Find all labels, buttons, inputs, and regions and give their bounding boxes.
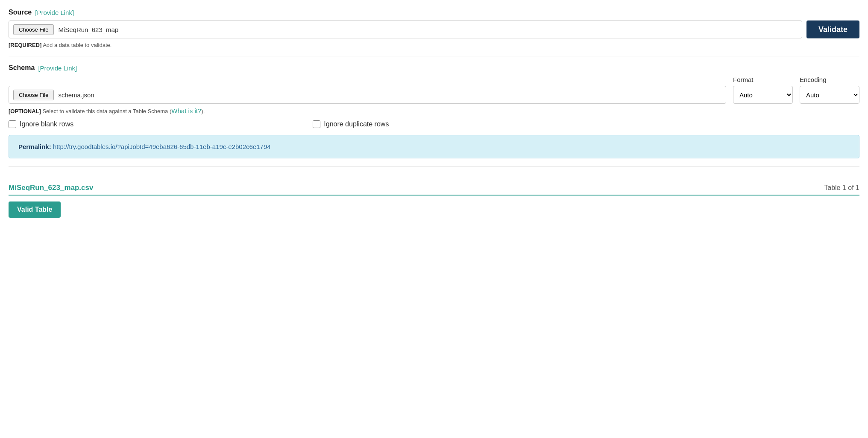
optional-label: [OPTIONAL]	[9, 108, 41, 114]
source-provide-link[interactable]: [Provide Link]	[35, 9, 74, 16]
source-hint-text: Add a data table to validate.	[43, 42, 111, 48]
source-file-row: Choose File MiSeqRun_623_map Validate	[9, 20, 859, 38]
checkboxes-row: Ignore blank rows Ignore duplicate rows	[9, 120, 859, 128]
schema-choose-file-button[interactable]: Choose File	[13, 90, 54, 100]
schema-format-row: Choose File schema.json Format Auto CSV …	[9, 76, 859, 104]
source-schema-divider	[9, 56, 859, 56]
schema-file-name: schema.json	[58, 91, 94, 99]
table-count: Table 1 of 1	[824, 184, 859, 192]
permalink-box: Permalink: http://try.goodtables.io/?api…	[9, 135, 859, 158]
green-divider	[9, 195, 859, 196]
schema-file-input-box: Choose File schema.json	[9, 86, 726, 104]
format-label: Format	[733, 76, 793, 83]
schema-hint: [OPTIONAL] Select to validate this data …	[9, 107, 859, 114]
permalink-url[interactable]: http://try.goodtables.io/?apiJobId=49eba…	[53, 143, 271, 150]
schema-hint-end: ).	[201, 108, 205, 114]
what-is-it-link[interactable]: What is it?	[171, 107, 201, 114]
source-file-name: MiSeqRun_623_map	[58, 26, 118, 33]
encoding-group: Encoding Auto UTF-8 UTF-16 ISO-8859-1	[800, 76, 859, 104]
valid-table-badge: Valid Table	[9, 201, 61, 218]
ignore-duplicate-rows-checkbox[interactable]	[313, 120, 320, 128]
schema-section-header: Schema [Provide Link]	[9, 64, 859, 72]
source-choose-file-button[interactable]: Choose File	[13, 24, 54, 35]
schema-provide-link[interactable]: [Provide Link]	[38, 64, 77, 72]
results-header: MiSeqRun_623_map.csv Table 1 of 1	[9, 184, 859, 192]
ignore-duplicate-rows-label[interactable]: Ignore duplicate rows	[324, 120, 389, 128]
format-group: Format Auto CSV TSV XLS XLSX ODS	[733, 76, 793, 104]
source-hint: [REQUIRED] Add a data table to validate.	[9, 42, 859, 48]
ignore-blank-rows-label[interactable]: Ignore blank rows	[20, 120, 73, 128]
required-label: [REQUIRED]	[9, 42, 41, 48]
ignore-duplicate-rows-item[interactable]: Ignore duplicate rows	[313, 120, 389, 128]
permalink-label: Permalink:	[18, 143, 51, 150]
schema-label: Schema	[9, 64, 35, 72]
source-label: Source	[9, 9, 32, 16]
results-divider	[9, 166, 859, 166]
validate-button[interactable]: Validate	[806, 20, 859, 38]
source-file-input-box: Choose File MiSeqRun_623_map	[9, 20, 802, 38]
csv-filename: MiSeqRun_623_map.csv	[9, 184, 93, 192]
schema-hint-text: Select to validate this data against a T…	[42, 108, 171, 114]
ignore-blank-rows-item[interactable]: Ignore blank rows	[9, 120, 73, 128]
encoding-label: Encoding	[800, 76, 859, 83]
encoding-select[interactable]: Auto UTF-8 UTF-16 ISO-8859-1	[800, 86, 859, 104]
results-section: MiSeqRun_623_map.csv Table 1 of 1 Valid …	[9, 179, 859, 218]
format-select[interactable]: Auto CSV TSV XLS XLSX ODS	[733, 86, 793, 104]
source-section-header: Source [Provide Link]	[9, 9, 859, 16]
ignore-blank-rows-checkbox[interactable]	[9, 120, 16, 128]
